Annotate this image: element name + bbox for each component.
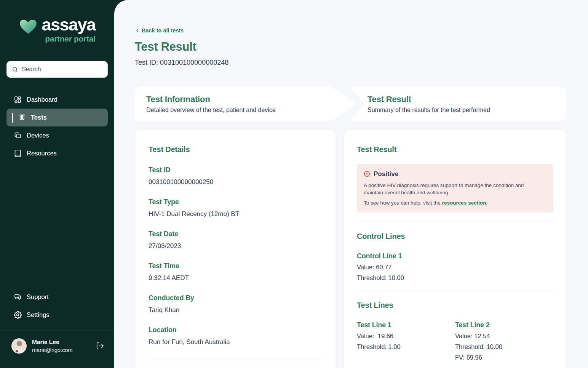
control-line-1: Control Line 1 Value: 60.77 Threshold: 1… [357, 252, 553, 282]
test-details-heading: Test Details [149, 145, 323, 154]
line-name: Test Line 2 [455, 321, 553, 329]
test-id-line: Test ID: 003100100000000248 [135, 59, 566, 67]
line-name: Test Line 1 [357, 321, 455, 329]
field-value: Tariq Khan [149, 306, 323, 314]
wizard-stepper: Test Information Detailed overview of th… [135, 87, 566, 121]
field-value: HIV-1 Dual Recency (12mo) BT [149, 210, 323, 218]
field-label: Conducted By [149, 294, 323, 302]
field-label: Test Time [149, 262, 323, 270]
step-subtitle: Detailed overview of the test, patient a… [146, 107, 356, 114]
resources-section-link[interactable]: resources section [442, 200, 486, 206]
sidebar-item-resources[interactable]: Resources [0, 144, 114, 162]
sidebar-item-label: Devices [27, 132, 49, 139]
field-value: 003100100000000250 [149, 178, 323, 186]
field-conducted-by: Conducted By Tariq Khan [149, 294, 323, 314]
gear-icon [14, 311, 22, 319]
chevron-left-icon [135, 28, 140, 33]
line-threshold: Threshold: 10.00 [455, 343, 553, 350]
field-value: Run for Fun, South Australia [149, 338, 323, 346]
brand-tagline: partner portal [42, 34, 95, 43]
step-test-result[interactable]: Test Result Summary of the results for t… [349, 87, 566, 121]
field-value: 27/03/2023 [149, 242, 323, 250]
plus-circle-icon [364, 171, 370, 177]
test-lines-heading: Test Lines [357, 301, 553, 310]
field-test-type: Test Type HIV-1 Dual Recency (12mo) BT [149, 198, 323, 218]
field-test-time: Test Time 9:32:14 AEDT [149, 262, 323, 282]
sidebar-item-settings[interactable]: Settings [0, 306, 114, 324]
section-divider [357, 291, 553, 291]
test-result-panel: Test Result Positive A positive HIV diag… [344, 130, 566, 368]
positive-result-alert: Positive A positive HIV diagnosis requir… [357, 164, 553, 213]
test-details-panel: Test Details Test ID 003100100000000250 … [135, 130, 336, 368]
header-divider [135, 76, 566, 76]
field-test-id: Test ID 003100100000000250 [149, 166, 323, 186]
sidebar-item-support[interactable]: Support [0, 288, 114, 306]
sidebar-item-label: Dashboard [27, 96, 58, 103]
sidebar-item-tests[interactable]: Tests [6, 109, 108, 126]
back-link-label: Back to all tests [142, 27, 184, 34]
alert-cta: To see how you can help, visit the resou… [364, 200, 546, 206]
main-content: Back to all tests Test Result Test ID: 0… [114, 0, 588, 368]
field-label: Location [149, 326, 323, 334]
sidebar-item-label: Settings [27, 311, 50, 318]
line-value: Value: 60.77 [357, 264, 553, 271]
logout-icon[interactable] [96, 342, 104, 350]
sidebar-item-label: Tests [31, 114, 47, 121]
sidebar: assaya partner portal Dashboard Tests [0, 0, 114, 368]
field-test-date: Test Date 27/03/2023 [149, 230, 323, 250]
step-title: Test Information [146, 94, 356, 104]
back-to-all-tests-link[interactable]: Back to all tests [135, 27, 184, 34]
heart-logo-icon [19, 18, 38, 35]
alert-cta-suffix: . [486, 200, 487, 206]
sidebar-item-devices[interactable]: Devices [0, 126, 114, 144]
alert-title: Positive [374, 170, 398, 178]
brand-name: assaya [42, 16, 95, 33]
field-location: Location Run for Fun, South Australia [149, 326, 323, 346]
details-divider [149, 360, 323, 360]
step-test-information[interactable]: Test Information Detailed overview of th… [135, 87, 356, 121]
section-divider [357, 222, 553, 222]
test-lines-row: Test Line 1 Value: 19.66 Threshold: 1.00… [357, 310, 553, 361]
field-value: 9:32:14 AEDT [149, 274, 323, 282]
avatar [11, 338, 27, 354]
chat-icon [14, 293, 22, 301]
field-label: Test Type [149, 198, 323, 206]
line-fv: FV: 69.96 [455, 354, 553, 361]
field-label: Test ID [149, 166, 323, 174]
line-value: Value: 19.66 [357, 333, 455, 340]
devices-icon [14, 131, 22, 139]
sidebar-item-label: Resources [27, 150, 57, 157]
step-title: Test Result [368, 94, 566, 104]
test-result-heading: Test Result [357, 145, 553, 154]
tests-icon [18, 114, 26, 122]
page-title: Test Result [135, 40, 566, 54]
sidebar-item-label: Support [27, 293, 49, 301]
user-name: Marie Lee [32, 339, 73, 346]
alert-body: A positive HIV diagnosis requires suppor… [364, 182, 539, 197]
search-box[interactable] [6, 61, 108, 78]
brand-logo: assaya partner portal [0, 16, 114, 43]
sidebar-item-dashboard[interactable]: Dashboard [0, 91, 114, 109]
search-icon [12, 66, 18, 73]
search-input[interactable] [22, 66, 102, 73]
alert-cta-prefix: To see how you can help, visit the [364, 200, 442, 206]
line-name: Control Line 1 [357, 252, 553, 260]
test-line-1: Test Line 1 Value: 19.66 Threshold: 1.00 [357, 310, 455, 361]
line-value: Value: 12.54 [455, 333, 553, 340]
content-panels: Test Details Test ID 003100100000000250 … [135, 130, 566, 368]
line-threshold: Threshold: 10.00 [357, 274, 553, 282]
resources-icon [14, 149, 22, 157]
active-indicator-bar [12, 113, 13, 123]
test-line-2: Test Line 2 Value: 12.54 Threshold: 10.0… [455, 310, 553, 361]
line-threshold: Threshold: 1.00 [357, 343, 455, 350]
control-lines-heading: Control Lines [357, 232, 553, 241]
user-email: marie@ngo.com [32, 347, 73, 353]
sidebar-footer: Support Settings Marie Lee marie@ngo [0, 288, 114, 368]
field-label: Test Date [149, 230, 323, 238]
sidebar-nav: Dashboard Tests Devices Resources [0, 91, 114, 162]
user-profile: Marie Lee marie@ngo.com [0, 331, 114, 354]
step-subtitle: Summary of the results for the test perf… [368, 107, 566, 114]
dashboard-icon [14, 96, 22, 104]
